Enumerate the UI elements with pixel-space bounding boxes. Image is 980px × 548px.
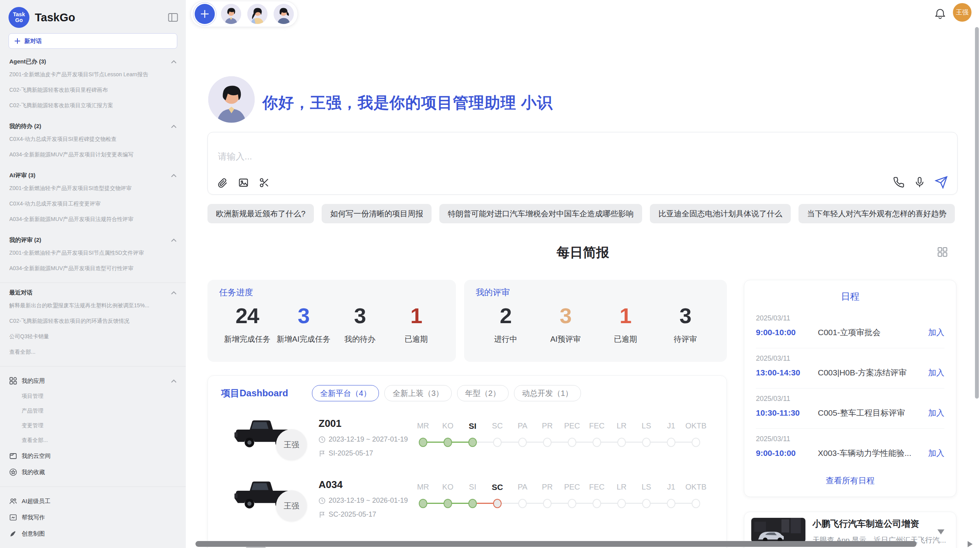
session-avatar[interactable] <box>247 4 267 24</box>
sidebar-item-change-mgmt[interactable]: 变更管理 <box>22 418 176 433</box>
chevron-up-icon[interactable] <box>171 379 176 383</box>
filter-tab[interactable]: 全新上装（3） <box>384 385 451 401</box>
sidebar-item-project-mgmt[interactable]: 项目管理 <box>22 389 176 404</box>
sidebar-item-creative-draw[interactable]: 创意制图 <box>9 526 177 542</box>
suggestion-chip[interactable]: 当下年轻人对汽车外观有怎样的喜好趋势 <box>798 204 955 223</box>
new-chat-button[interactable]: 新对话 <box>9 33 177 49</box>
image-icon[interactable] <box>238 177 249 188</box>
vertical-scrollbar[interactable] <box>975 27 979 399</box>
ai-employee-label: AI超级员工 <box>22 498 176 505</box>
stat-label: 进行中 <box>476 334 536 344</box>
suggestion-chip[interactable]: 比亚迪全固态电池计划具体说了什么 <box>650 204 791 223</box>
cloud-space-icon <box>9 452 17 460</box>
section-title: 最近对话 <box>9 289 171 296</box>
chevron-up-icon[interactable] <box>171 125 176 128</box>
event-time: 9:00-10:00 <box>756 449 818 458</box>
milestone-label: OKTB <box>685 421 706 430</box>
add-session-button[interactable] <box>195 4 215 24</box>
project-dates: 2023-12-19 ~ 2027-01-19 <box>329 435 408 444</box>
suggestion-chip[interactable]: 如何写一份清晰的项目周报 <box>322 204 432 223</box>
join-link[interactable]: 加入 <box>928 327 944 338</box>
send-icon[interactable] <box>935 176 948 189</box>
session-avatar[interactable] <box>221 4 241 24</box>
view-all-schedule-link[interactable]: 查看所有日程 <box>756 475 944 486</box>
milestone-label: FEC <box>589 483 605 491</box>
chevron-up-icon[interactable] <box>171 174 176 177</box>
list-item[interactable]: Z001-全新燃油皮卡产品开发项目SI节点Lesson Learn报告 <box>9 67 176 82</box>
section-recent-chats[interactable]: 最近对话 <box>9 289 176 296</box>
horizontal-scrollbar[interactable] <box>195 541 917 547</box>
list-item[interactable]: C0X4-动力总成开发项目SI里程碑提交物检查 <box>9 132 176 147</box>
session-avatar[interactable] <box>274 4 294 24</box>
join-link[interactable]: 加入 <box>928 367 944 378</box>
list-item[interactable]: A034-全新新能源MUV产品开发项目计划变更表编写 <box>9 147 176 163</box>
scissors-icon[interactable] <box>259 177 270 188</box>
sidebar-item-my-apps[interactable]: 我的应用 <box>9 373 177 389</box>
logo-text-top: Task <box>13 12 25 17</box>
project-row[interactable]: 王强 A034 2023-12-19 ~ 2026-01-19 SC-2025-… <box>208 476 726 538</box>
section-my-review[interactable]: 我的评审 (2) <box>9 236 176 244</box>
section-title: 我的待办 (2) <box>9 123 171 130</box>
session-switcher <box>190 1 298 27</box>
list-item[interactable]: C02-飞腾新能源轻客改款项目的闭环通告反馈情况 <box>9 313 176 329</box>
section-my-todo[interactable]: 我的待办 (2) <box>9 123 176 130</box>
milestone-label-current: SC <box>492 483 503 492</box>
suggestion-chip[interactable]: 欧洲新规最近颁布了什么? <box>207 204 314 223</box>
join-link[interactable]: 加入 <box>928 448 944 459</box>
milestone-dot <box>568 499 576 508</box>
notifications-bell-icon[interactable] <box>934 8 946 19</box>
join-link[interactable]: 加入 <box>928 408 944 418</box>
view-all-chats-link[interactable]: 查看全部... <box>9 344 176 360</box>
filter-tab[interactable]: 年型（2） <box>457 385 509 401</box>
sidebar-item-favorites[interactable]: 我的收藏 <box>9 464 177 480</box>
list-item[interactable]: C02-飞腾新能源轻客改款项目立项汇报方案 <box>9 98 176 113</box>
milestone-dot-done <box>444 438 452 447</box>
scroll-down-arrow-icon[interactable] <box>937 529 944 534</box>
event-name: C003|H0B-方案冻结评审 <box>818 367 923 378</box>
milestone-label: FEC <box>589 421 605 430</box>
message-composer <box>207 132 958 195</box>
message-input[interactable] <box>217 151 567 162</box>
list-item[interactable]: A034-全新新能源MUV产品开发项目法规符合性评审 <box>9 212 176 227</box>
sidebar-item-ai-employee[interactable]: AI超级员工 <box>9 493 177 509</box>
sidebar-item-product-mgmt[interactable]: 产品管理 <box>22 404 176 418</box>
flag-icon <box>319 511 326 518</box>
layout-grid-icon[interactable] <box>937 246 948 258</box>
writing-icon <box>9 514 17 521</box>
list-item[interactable]: 解释最新出台的欧盟报废车法规再生塑料比例被调至15%... <box>9 298 176 313</box>
chevron-up-icon[interactable] <box>171 60 176 63</box>
logo-text-bottom: Go <box>15 17 22 23</box>
list-item[interactable]: A034-全新新能源MUV产品开发项目造型可行性评审 <box>9 261 176 276</box>
phone-call-icon[interactable] <box>893 176 905 188</box>
microphone-icon[interactable] <box>914 176 925 188</box>
chevron-up-icon[interactable] <box>171 291 176 295</box>
section-agent-done[interactable]: Agent已办 (3) <box>9 58 176 65</box>
section-ai-review[interactable]: AI评审 (3) <box>9 172 176 179</box>
view-all-apps-link[interactable]: 查看全部... <box>22 433 176 448</box>
stat-value: 3 <box>276 303 332 329</box>
cloud-space-label: 我的云空间 <box>22 452 176 460</box>
list-item[interactable]: Z001-全新燃油轻卡产品开发项目SI造型提交物评审 <box>9 181 176 196</box>
filter-tab[interactable]: 动总开发（1） <box>514 385 581 401</box>
user-avatar[interactable]: 王强 <box>953 3 971 22</box>
filter-tab[interactable]: 全新平台（4） <box>312 385 379 401</box>
stat-label: 已逾期 <box>596 334 656 344</box>
milestone-label: PEC <box>564 483 580 491</box>
list-item[interactable]: C02-飞腾新能源轻客改款项目里程碑画布 <box>9 82 176 98</box>
list-item[interactable]: C0X4-动力总成开发项目工程变更评审 <box>9 196 176 212</box>
stat-label: 待评审 <box>655 334 715 344</box>
sidebar-item-cloud-space[interactable]: 我的云空间 <box>9 448 177 464</box>
milestone-dot-done <box>444 499 452 508</box>
list-item[interactable]: 公司Q3轻卡销量 <box>9 329 176 344</box>
project-row[interactable]: 王强 Z001 2023-12-19 ~ 2027-01-19 SI-2025-… <box>208 415 726 476</box>
milestone-dot <box>493 438 502 447</box>
chevron-up-icon[interactable] <box>171 238 176 242</box>
suggestion-chip[interactable]: 特朗普可能对进口汽车增税会对中国车企造成哪些影响 <box>439 204 642 223</box>
attachment-icon[interactable] <box>217 177 228 188</box>
sidebar-item-write-helper[interactable]: 帮我写作 <box>9 509 177 526</box>
event-time: 9:00-10:00 <box>756 328 818 337</box>
milestone-dot <box>642 499 651 508</box>
collapse-sidebar-icon[interactable] <box>168 13 178 22</box>
list-item[interactable]: Z001-全新燃油轻卡产品开发项目SI节点属性5D文件评审 <box>9 245 176 261</box>
scroll-right-arrow-icon[interactable] <box>968 541 973 547</box>
